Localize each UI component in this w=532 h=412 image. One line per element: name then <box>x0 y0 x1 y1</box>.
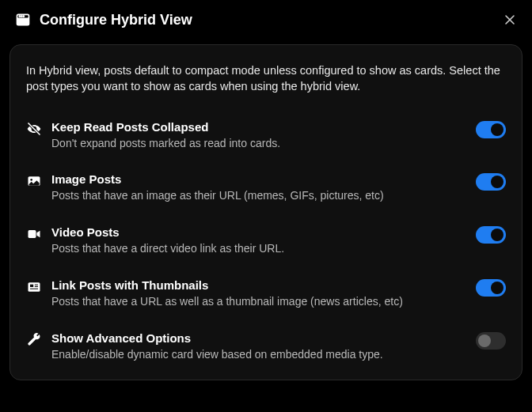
close-button[interactable] <box>502 12 518 28</box>
option-label: Video Posts <box>51 225 466 239</box>
option-link: Link Posts with Thumbnails Posts that ha… <box>10 267 522 320</box>
video-icon <box>26 226 42 242</box>
option-label: Show Advanced Options <box>51 331 466 345</box>
options-panel: In Hybrid view, posts default to compact… <box>10 44 522 380</box>
svg-point-3 <box>19 16 20 17</box>
toggle-image[interactable] <box>476 173 506 191</box>
wrench-icon <box>26 332 42 348</box>
option-advanced: Show Advanced Options Enable/disable dyn… <box>10 320 522 373</box>
toggle-link[interactable] <box>476 279 506 297</box>
option-video: Video Posts Posts that have a direct vid… <box>10 214 522 267</box>
svg-point-4 <box>21 16 22 17</box>
option-desc: Posts that have an image as their URL (m… <box>51 188 466 203</box>
option-image: Image Posts Posts that have an image as … <box>10 161 522 214</box>
option-label: Keep Read Posts Collapsed <box>51 120 466 134</box>
titlebar: Configure Hybrid View <box>0 0 532 38</box>
option-text: Image Posts Posts that have an image as … <box>51 172 466 203</box>
eye-off-icon <box>26 121 42 137</box>
toggle-keep-read[interactable] <box>476 121 506 138</box>
svg-rect-16 <box>35 286 38 287</box>
svg-rect-17 <box>30 289 38 289</box>
toggle-advanced[interactable] <box>476 332 506 350</box>
svg-point-11 <box>30 179 32 181</box>
newspaper-icon <box>26 279 42 295</box>
option-label: Image Posts <box>51 172 466 186</box>
toggle-video[interactable] <box>476 226 506 244</box>
svg-rect-13 <box>28 282 40 292</box>
option-text: Show Advanced Options Enable/disable dyn… <box>51 331 466 362</box>
svg-rect-12 <box>28 230 36 238</box>
option-desc: Enable/disable dynamic card view based o… <box>51 347 466 362</box>
option-text: Keep Read Posts Collapsed Don't expand p… <box>51 120 466 151</box>
dialog-title: Configure Hybrid View <box>40 12 502 28</box>
option-desc: Posts that have a URL as well as a thumb… <box>51 294 466 309</box>
option-text: Link Posts with Thumbnails Posts that ha… <box>51 278 466 309</box>
option-text: Video Posts Posts that have a direct vid… <box>51 225 466 256</box>
image-icon <box>26 173 42 189</box>
option-desc: Don't expand posts marked as read into c… <box>51 136 466 151</box>
window-icon <box>14 11 32 28</box>
svg-rect-14 <box>30 285 33 287</box>
option-label: Link Posts with Thumbnails <box>51 278 466 292</box>
dialog-window: Configure Hybrid View In Hybrid view, po… <box>0 0 532 412</box>
svg-point-5 <box>23 16 24 17</box>
svg-rect-15 <box>35 285 38 285</box>
option-keep-read: Keep Read Posts Collapsed Don't expand p… <box>10 109 522 162</box>
option-desc: Posts that have a direct video link as t… <box>51 241 466 256</box>
intro-text: In Hybrid view, posts default to compact… <box>10 53 522 109</box>
